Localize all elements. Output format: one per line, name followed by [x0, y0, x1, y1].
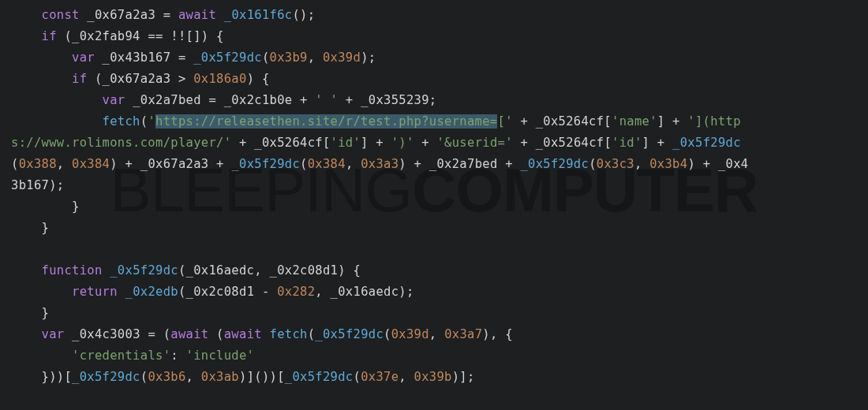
ident: _0x67a2a3 — [87, 8, 155, 22]
kw-await: await — [178, 8, 216, 22]
fn-fetch: fetch — [103, 114, 140, 129]
kw-const: const — [42, 8, 80, 22]
kw-function: function — [42, 263, 103, 278]
kw-return: return — [72, 285, 118, 299]
kw-var: var — [72, 50, 95, 65]
fn-call: _0x161f6c — [224, 8, 293, 22]
kw-if: if — [42, 29, 57, 43]
selected-url: https://releasethen.site/r/test.php?user… — [155, 114, 497, 129]
code-block: const _0x67a2a3 = await _0x161f6c(); if … — [11, 5, 857, 388]
